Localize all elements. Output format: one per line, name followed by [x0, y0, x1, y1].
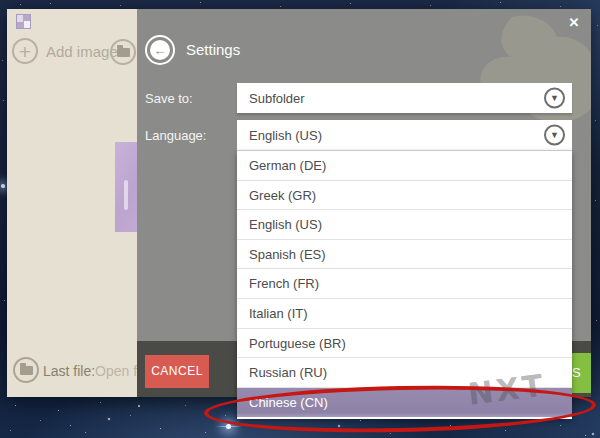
language-option[interactable]: French (FR) — [237, 269, 572, 299]
language-value: English (US) — [237, 128, 322, 143]
image-thumbnail[interactable] — [115, 142, 137, 232]
save-to-value: Subfolder — [237, 91, 305, 106]
starfield-large — [0, 0, 2, 2]
language-option[interactable]: Spanish (ES) — [237, 240, 572, 270]
add-image-label[interactable]: Add image — [46, 43, 118, 60]
bright-star — [226, 424, 231, 429]
plus-icon: + — [19, 41, 31, 62]
language-option[interactable]: German (DE) — [237, 151, 572, 181]
desktop-background: + Add image Last file: Open fo ✕ ← Setti… — [0, 0, 600, 438]
language-label: Language: — [145, 128, 206, 143]
language-option[interactable]: English (US) — [237, 210, 572, 240]
language-option[interactable]: Greek (GR) — [237, 181, 572, 211]
bright-star — [1, 184, 5, 188]
last-file-label: Last file: — [43, 363, 95, 379]
folder-icon — [117, 48, 130, 57]
cancel-button[interactable]: CANCEL — [145, 355, 209, 388]
chevron-down-icon[interactable]: ▼ — [544, 88, 565, 109]
back-arrow-icon: ← — [150, 40, 170, 60]
folder-icon — [20, 366, 33, 375]
chevron-down-icon[interactable]: ▼ — [544, 125, 565, 146]
save-to-label: Save to: — [145, 91, 193, 106]
last-file-link[interactable]: Open fo — [95, 363, 137, 379]
save-button[interactable]: S — [571, 353, 591, 393]
back-button[interactable]: ← — [145, 35, 175, 65]
browse-folder-button[interactable] — [110, 39, 136, 65]
close-icon[interactable]: ✕ — [563, 13, 585, 33]
language-option[interactable]: Portuguese (BR) — [237, 329, 572, 359]
language-dropdown[interactable]: English (US) ▼ — [237, 120, 572, 151]
image-list-panel: + Add image Last file: Open fo — [7, 9, 137, 397]
app-image-icon — [16, 14, 31, 29]
language-option[interactable]: Italian (IT) — [237, 299, 572, 329]
last-file-folder-button[interactable] — [13, 357, 39, 383]
page-title: Settings — [186, 41, 240, 58]
save-to-dropdown[interactable]: Subfolder ▼ — [237, 83, 572, 113]
add-image-button[interactable]: + — [12, 38, 38, 64]
